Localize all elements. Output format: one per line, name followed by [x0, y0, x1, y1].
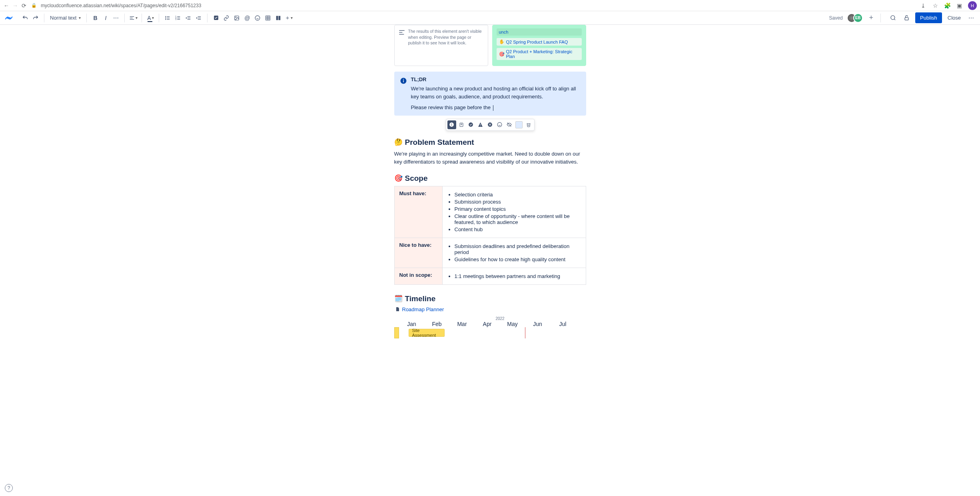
- avatar-user2[interactable]: EB: [853, 13, 863, 23]
- panel-icon[interactable]: ▣: [956, 2, 962, 9]
- problem-heading[interactable]: 🤔 Problem Statement: [394, 138, 586, 147]
- svg-line-34: [894, 19, 895, 20]
- toc-icon: [399, 30, 405, 46]
- month-jul: Jul: [550, 321, 575, 327]
- month-mar: Mar: [449, 321, 475, 327]
- related-link-0[interactable]: unch: [497, 28, 582, 36]
- align-icon[interactable]: ▾: [128, 13, 138, 23]
- text-style-dropdown[interactable]: Normal text ▾: [48, 13, 83, 23]
- svg-point-44: [451, 123, 452, 124]
- save-status: Saved: [829, 15, 843, 21]
- svg-point-24: [255, 16, 260, 20]
- emoji-icon[interactable]: [252, 13, 263, 23]
- indent-icon[interactable]: [194, 13, 204, 23]
- panel-type-success-icon[interactable]: [467, 120, 475, 129]
- image-icon[interactable]: [232, 13, 242, 23]
- more-actions-icon[interactable]: ⋯: [966, 15, 976, 21]
- panel-delete-icon[interactable]: [524, 120, 533, 129]
- editor-canvas[interactable]: The results of this element aren't visib…: [0, 25, 980, 354]
- scope-label-musthave[interactable]: Must have:: [394, 186, 442, 238]
- month-jan: Jan: [399, 321, 424, 327]
- undo-icon[interactable]: [20, 13, 30, 23]
- browser-forward-icon: →: [12, 2, 18, 9]
- panel-hide-icon[interactable]: [505, 120, 514, 129]
- panel-floating-toolbar: [394, 119, 586, 131]
- scope-heading[interactable]: 🎯 Scope: [394, 174, 586, 183]
- roadmap-planner-link[interactable]: Roadmap Planner: [395, 306, 586, 312]
- text-color-icon[interactable]: A▾: [145, 13, 156, 23]
- calendar-emoji-icon: 🗓️: [394, 294, 403, 303]
- text-cursor: [493, 105, 493, 111]
- timeline-heading[interactable]: 🗓️ Timeline: [394, 294, 586, 303]
- bold-icon[interactable]: B: [90, 13, 100, 23]
- panel-color-swatch[interactable]: [515, 121, 523, 128]
- svg-rect-6: [167, 18, 170, 18]
- thinking-emoji-icon: 🤔: [394, 138, 403, 146]
- timeline-bar-site-assessment[interactable]: Site Assessment: [409, 329, 445, 337]
- text-style-label: Normal text: [50, 15, 76, 21]
- panel-custom-emoji-icon[interactable]: [495, 120, 504, 129]
- related-link-1[interactable]: ✋ Q2 Spring Product Launch FAQ: [497, 38, 582, 46]
- tldr-para2[interactable]: Please review this page before the: [411, 104, 581, 111]
- related-link-2[interactable]: 🎯 Q2 Product + Marketing: Strategic Plan: [497, 48, 582, 60]
- action-item-icon[interactable]: [211, 13, 221, 23]
- extensions-icon[interactable]: 🧩: [944, 2, 950, 9]
- scope-label-notinscope[interactable]: Not in scope:: [394, 268, 442, 284]
- panel-type-error-icon[interactable]: [486, 120, 495, 129]
- table-icon[interactable]: [263, 13, 273, 23]
- target-emoji-icon: 🎯: [499, 52, 505, 57]
- browser-reload-icon[interactable]: ⟳: [21, 2, 27, 9]
- problem-body[interactable]: We're playing in an increasingly competi…: [394, 150, 586, 166]
- info-panel[interactable]: TL;DR We're launching a new product and …: [394, 72, 586, 116]
- svg-rect-8: [167, 19, 170, 19]
- svg-rect-49: [480, 124, 481, 125]
- bullet-list-icon[interactable]: [162, 13, 173, 23]
- mention-icon[interactable]: @: [242, 13, 252, 23]
- timeline-year: 2022: [414, 316, 586, 321]
- svg-text:3: 3: [176, 18, 177, 20]
- table-row: Must have: Selection criteria Submission…: [394, 186, 586, 238]
- add-collaborator-icon[interactable]: +: [869, 14, 874, 22]
- redo-icon[interactable]: [30, 13, 41, 23]
- profile-avatar[interactable]: H: [968, 1, 977, 10]
- timeline-chart[interactable]: 2022 Jan Feb Mar Apr May Jun Jul Site As…: [394, 316, 586, 338]
- panel-type-note-icon[interactable]: [457, 120, 466, 129]
- star-icon[interactable]: ☆: [932, 2, 938, 9]
- close-button[interactable]: Close: [946, 12, 962, 23]
- link-icon[interactable]: [221, 13, 232, 23]
- related-pages-panel[interactable]: unch ✋ Q2 Spring Product Launch FAQ 🎯 Q2…: [492, 25, 586, 66]
- toc-panel[interactable]: The results of this element aren't visib…: [394, 25, 488, 66]
- today-marker: [525, 327, 525, 338]
- hand-emoji-icon: ✋: [499, 39, 505, 44]
- target-emoji-icon: 🎯: [394, 174, 403, 182]
- svg-rect-12: [178, 18, 180, 18]
- month-apr: Apr: [475, 321, 500, 327]
- svg-point-3: [166, 16, 166, 17]
- svg-rect-14: [178, 19, 180, 19]
- svg-rect-10: [178, 16, 180, 16]
- timeline-lane-label: [394, 327, 399, 338]
- svg-point-5: [166, 17, 166, 18]
- svg-point-33: [890, 16, 894, 20]
- layouts-icon[interactable]: [273, 13, 283, 23]
- url-text[interactable]: mycloudconfluence.atlassian.net/wiki/spa…: [41, 3, 201, 8]
- search-icon[interactable]: [888, 15, 898, 21]
- confluence-logo-icon[interactable]: [4, 13, 14, 23]
- svg-point-23: [236, 17, 237, 18]
- numbered-list-icon[interactable]: 123: [173, 13, 183, 23]
- scope-table[interactable]: Must have: Selection criteria Submission…: [394, 186, 586, 285]
- panel-type-info-icon[interactable]: [447, 120, 456, 129]
- browser-back-icon[interactable]: ←: [3, 2, 10, 9]
- download-icon[interactable]: ⤓: [920, 2, 926, 9]
- scope-label-nicetohave[interactable]: Nice to have:: [394, 238, 442, 268]
- italic-icon[interactable]: I: [100, 13, 111, 23]
- more-format-icon[interactable]: ⋯: [111, 13, 121, 23]
- panel-type-warning-icon[interactable]: [476, 120, 485, 129]
- outdent-icon[interactable]: [183, 13, 194, 23]
- restrictions-icon[interactable]: [902, 15, 911, 21]
- publish-button[interactable]: Publish: [915, 12, 942, 23]
- editor-toolbar: Normal text ▾ B I ⋯ ▾ A▾ 123 @ ＋▾: [0, 11, 980, 25]
- svg-point-54: [497, 122, 502, 127]
- insert-more-icon[interactable]: ＋▾: [283, 13, 294, 23]
- svg-rect-4: [167, 16, 170, 16]
